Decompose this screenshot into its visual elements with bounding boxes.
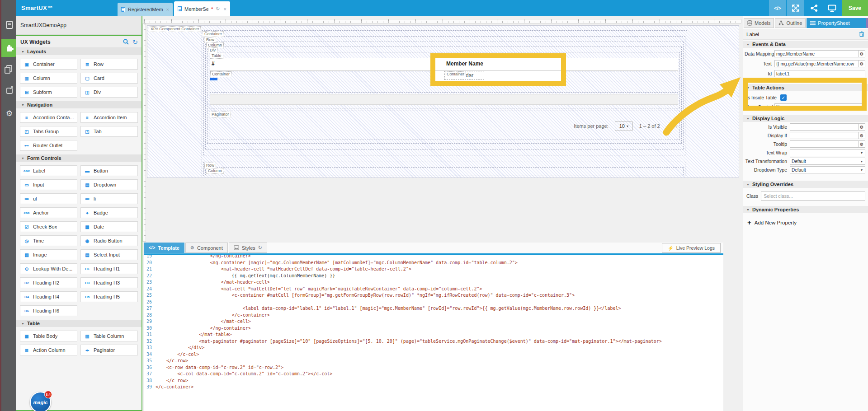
data-mapping-input[interactable]: mgc.MemberName⚙ <box>774 50 865 57</box>
refresh-icon[interactable]: ↻ <box>132 38 138 46</box>
widget-tab[interactable]: ◳Tab <box>80 126 138 137</box>
widget-container[interactable]: ▣Container <box>20 59 77 70</box>
widget-subform[interactable]: ⊞Subform <box>20 87 77 98</box>
next-page-icon[interactable]: › <box>675 122 678 130</box>
copy-icon[interactable] <box>1 61 17 75</box>
dropdown-type-select[interactable]: Default▾ <box>790 166 865 173</box>
widget-li[interactable]: ≕li <box>80 193 138 204</box>
widget-heading-h1[interactable]: H1Heading H1 <box>80 263 138 274</box>
app-name-row[interactable]: SmartUXDemoApp <box>16 16 142 35</box>
section-table-actions[interactable]: ▼ Table Actions <box>743 84 868 91</box>
widget-row[interactable]: ≣Row <box>80 59 138 70</box>
tab-styles[interactable]: Styles ↻ <box>229 243 267 253</box>
add-new-property-button[interactable]: + Add New Property <box>747 219 868 226</box>
gear-icon[interactable]: ⚙ <box>858 132 865 139</box>
gear-icon[interactable]: ⚙ <box>858 61 865 67</box>
pages-icon[interactable] <box>1 18 17 32</box>
delete-trash-icon[interactable] <box>859 31 864 37</box>
widget-tabs-group[interactable]: ◰Tabs Group <box>20 126 77 137</box>
widget-anchor[interactable]: <a>Anchor <box>20 207 77 218</box>
widget-heading-h4[interactable]: H4Heading H4 <box>20 291 77 302</box>
text-transformation-select[interactable]: Default▾ <box>790 158 865 165</box>
widget-date[interactable]: ▦Date <box>80 221 138 232</box>
container-chip[interactable]: Container <box>203 31 224 37</box>
previous-page-icon[interactable]: ‹ <box>666 122 669 130</box>
design-canvas[interactable]: XPA Component Container Container Row Co… <box>142 16 743 243</box>
widgets-puzzle-icon[interactable] <box>1 39 17 57</box>
widget-ul[interactable]: ≔ul <box>20 193 77 204</box>
widget-accordion-item[interactable]: ≡Accordion Item <box>80 112 138 123</box>
widget-image[interactable]: ▧Image <box>20 249 77 260</box>
tab-propertysheet[interactable]: PropertySheet <box>807 18 867 28</box>
widget-div[interactable]: ◫Div <box>80 87 138 98</box>
column2-widget[interactable] <box>205 167 684 175</box>
export-icon[interactable] <box>1 84 17 98</box>
section-header-form-controls[interactable]: ▼Form Controls <box>16 154 142 162</box>
widget-heading-h2[interactable]: H2Heading H2 <box>20 277 77 288</box>
cell-container-chip[interactable]: Container <box>445 71 466 77</box>
display-if-input[interactable]: ⚙ <box>790 132 865 139</box>
is-inside-table-checkbox[interactable]: ✓ <box>780 94 787 101</box>
widget-accordion-conta[interactable]: ≡Accordion Conta... <box>20 112 77 123</box>
page-size-select[interactable]: 10 ▾ <box>615 121 633 131</box>
widget-heading-h5[interactable]: H5Heading H5 <box>80 291 138 302</box>
close-icon[interactable]: × <box>224 6 226 12</box>
show-control-select[interactable]: None ▾ <box>774 103 865 111</box>
widget-dropdown[interactable]: ▤Dropdown <box>80 179 138 190</box>
widget-button[interactable]: ▬Button <box>80 165 138 176</box>
live-preview-logs-button[interactable]: ⚡ Live Preview Logs <box>662 243 721 253</box>
text-input[interactable]: {{ mg.getValue(mgc.MemberName,row⚙ <box>774 60 865 67</box>
settings-gear-icon[interactable]: ⚙ <box>1 107 17 120</box>
section-display-logic[interactable]: ▼ Display Logic <box>743 115 868 122</box>
xpa-container-chip[interactable]: XPA Component Container <box>149 26 201 32</box>
preview-device-button[interactable] <box>823 0 840 16</box>
widget-time[interactable]: ◷Time <box>20 235 77 246</box>
section-header-navigation[interactable]: ▼Navigation <box>16 101 142 108</box>
code-pane[interactable]: 19 </ng-container>20 <ng-container [magi… <box>144 255 723 411</box>
close-icon[interactable]: × <box>166 7 169 12</box>
widget-action-column[interactable]: ≣Action Column <box>20 345 77 355</box>
document-tab-registeredmembers[interactable]: RegisteredMembers × <box>118 3 173 16</box>
widget-select-input[interactable]: ▤Select Input <box>80 249 138 260</box>
section-header-table[interactable]: ▼Table <box>16 320 142 327</box>
refresh-icon[interactable]: ↻ <box>258 245 262 251</box>
tab-component[interactable]: ⚙ Component <box>185 243 228 253</box>
text-wrap-select[interactable]: ▾ <box>790 149 865 156</box>
widget-label[interactable]: abcLabel <box>20 165 77 176</box>
member-name-column-header[interactable]: Member Name <box>446 61 483 67</box>
widget-table-body[interactable]: ▦Table Body <box>20 331 77 341</box>
hash-column-header[interactable]: # <box>212 61 215 67</box>
id-input[interactable]: label.1 <box>774 70 865 77</box>
column2-chip[interactable]: Column <box>206 168 224 174</box>
gear-icon[interactable]: ⚙ <box>858 51 865 57</box>
widget-check-box[interactable]: ☑Check Box <box>20 221 77 232</box>
paginator-chip[interactable]: Paginator <box>210 112 231 117</box>
widget-column[interactable]: ▥Column <box>20 73 77 84</box>
tab-models[interactable]: Models <box>744 18 774 28</box>
save-button[interactable]: Save <box>842 0 868 16</box>
publish-share-button[interactable] <box>806 0 822 16</box>
is-visible-input[interactable]: ⚙ <box>790 123 865 131</box>
section-dynamic-properties[interactable]: ▼ Dynamic Properties <box>743 206 868 213</box>
selected-element-handle[interactable] <box>210 78 217 80</box>
tab-template[interactable]: </> Template <box>144 243 184 253</box>
class-input[interactable] <box>761 191 865 201</box>
section-events-data[interactable]: ▼ Events & Data <box>743 41 868 48</box>
refresh-icon[interactable]: ↻ <box>216 6 220 12</box>
expand-view-button[interactable] <box>787 0 804 16</box>
document-tab-memberselection[interactable]: MemberSelection * ↻ × <box>174 1 230 16</box>
tooltip-input[interactable]: ⚙ <box>790 140 865 148</box>
widget-paginator[interactable]: ◂▸Paginator <box>80 345 138 355</box>
gear-icon[interactable]: ⚙ <box>858 141 865 147</box>
widget-radio-button[interactable]: ◉Radio Button <box>80 235 138 246</box>
gear-icon[interactable]: ⚙ <box>858 124 865 130</box>
widget-input[interactable]: ▭Input <box>20 179 77 190</box>
widget-table-column[interactable]: ▥Table Column <box>80 331 138 341</box>
table-chip[interactable]: Table <box>210 53 223 59</box>
widget-card[interactable]: ▢Card <box>80 73 138 84</box>
widget-heading-h6[interactable]: H6Heading H6 <box>20 305 77 316</box>
section-styling-overrides[interactable]: ▼ Styling Overrides <box>743 181 868 188</box>
row-container-chip[interactable]: Container <box>210 71 231 77</box>
widget-badge[interactable]: ●Badge <box>80 207 138 218</box>
widget-lookup-with-de[interactable]: ⊙Lookup With De... <box>20 263 77 274</box>
